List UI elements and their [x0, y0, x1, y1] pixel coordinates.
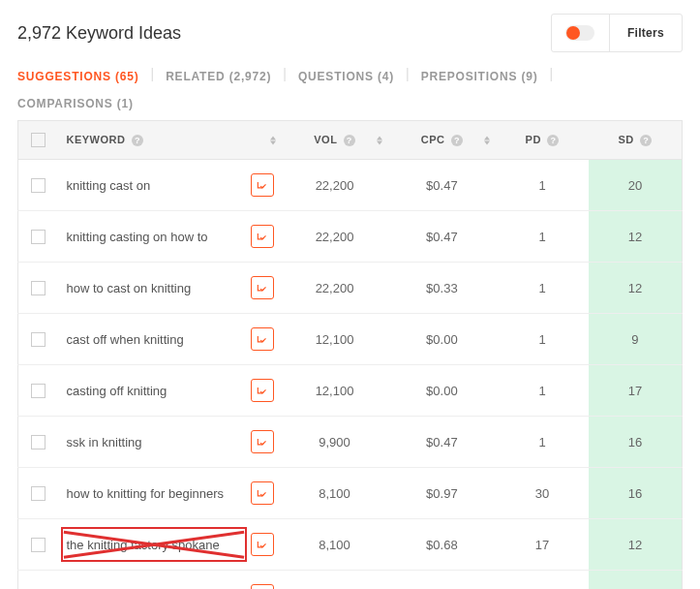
page-title: 2,972 Keyword Ideas [17, 23, 181, 44]
help-icon[interactable]: ? [547, 135, 559, 146]
row-checkbox[interactable] [31, 178, 46, 193]
col-keyword-label: KEYWORD [67, 134, 126, 145]
help-icon[interactable]: ? [132, 135, 143, 146]
help-icon[interactable]: ? [344, 135, 355, 146]
cpc-cell: $0.68 [388, 519, 497, 571]
tab-item[interactable]: RELATED (2,972) [166, 66, 271, 87]
help-icon[interactable]: ? [640, 135, 652, 146]
row-checkbox[interactable] [31, 538, 46, 552]
vol-cell: 8,100 [282, 571, 388, 590]
cpc-cell: $0.59 [388, 571, 497, 590]
pd-cell: 1 [496, 211, 589, 263]
sd-cell: 12 [589, 519, 683, 571]
vol-cell: 8,100 [282, 519, 388, 571]
row-checkbox[interactable] [31, 281, 46, 295]
tab-item[interactable]: QUESTIONS (4) [298, 66, 394, 87]
keyword-text: ssk in knitting [67, 435, 142, 450]
cpc-cell: $0.47 [388, 160, 497, 211]
col-cpc-label: CPC [421, 134, 445, 145]
cpc-cell: $0.00 [388, 365, 497, 417]
cpc-cell: $0.47 [388, 211, 497, 263]
keyword-text: cast off when knitting [67, 332, 184, 347]
vol-cell: 9,900 [282, 417, 388, 468]
sd-cell: 8 [589, 571, 683, 590]
row-checkbox[interactable] [31, 230, 46, 244]
action-button[interactable] [251, 584, 274, 589]
sd-cell: 9 [589, 314, 683, 365]
tab-separator: | [283, 66, 287, 87]
help-icon[interactable]: ? [451, 135, 463, 146]
tab-separator: | [549, 66, 553, 87]
keyword-text: knitting casting on how to [67, 230, 208, 244]
sd-cell: 20 [589, 160, 683, 211]
table-row: how to cast on knitting22,200$0.33112 [18, 263, 683, 314]
sort-icon[interactable] [484, 136, 490, 144]
keyword-text: knitting cast on [67, 178, 151, 193]
vol-cell: 8,100 [282, 468, 388, 519]
sd-cell: 16 [589, 468, 683, 519]
vol-cell: 22,200 [282, 211, 388, 263]
pd-cell: 17 [496, 519, 589, 571]
col-vol-label: VOL [314, 134, 337, 145]
sd-cell: 17 [589, 365, 683, 417]
keyword-table: KEYWORD ? VOL ? CPC ? PD ? [17, 120, 683, 589]
row-checkbox[interactable] [31, 332, 46, 347]
table-row: the knitting factory spokane8,100$0.6817… [18, 519, 683, 571]
action-button[interactable] [251, 327, 274, 351]
tab-item[interactable]: COMPARISONS (1) [17, 93, 134, 114]
sort-icon[interactable] [377, 136, 382, 144]
tab-separator: | [406, 66, 410, 87]
cpc-cell: $0.47 [388, 417, 497, 468]
table-row: how to bind off knitting8,100$0.5918 [18, 571, 683, 590]
sd-cell: 12 [589, 263, 683, 314]
pd-cell: 1 [496, 571, 589, 590]
tab-separator: | [151, 66, 155, 87]
pd-cell: 1 [496, 160, 589, 211]
action-button[interactable] [251, 225, 274, 248]
toggle-switch[interactable] [552, 15, 610, 51]
action-button[interactable] [251, 533, 274, 556]
col-pd[interactable]: PD ? [496, 121, 589, 160]
col-cpc[interactable]: CPC ? [388, 121, 497, 160]
table-row: knitting casting on how to22,200$0.47112 [18, 211, 683, 263]
action-button[interactable] [251, 481, 274, 505]
vol-cell: 22,200 [282, 160, 388, 211]
action-button[interactable] [251, 430, 274, 453]
sort-icon[interactable] [270, 136, 276, 144]
action-button[interactable] [251, 173, 274, 197]
row-checkbox[interactable] [31, 435, 46, 450]
tab-bar: SUGGESTIONS (65)|RELATED (2,972)|QUESTIO… [17, 66, 683, 114]
vol-cell: 12,100 [282, 365, 388, 417]
vol-cell: 22,200 [282, 263, 388, 314]
sd-cell: 12 [589, 211, 683, 263]
pd-cell: 1 [496, 263, 589, 314]
row-checkbox[interactable] [31, 486, 46, 501]
filters-button[interactable]: Filters [610, 15, 682, 51]
select-all-checkbox[interactable] [31, 133, 46, 147]
table-row: knitting cast on22,200$0.47120 [18, 160, 683, 211]
keyword-text: how to knitting for beginners [67, 486, 225, 501]
pd-cell: 1 [496, 417, 589, 468]
table-row: ssk in knitting9,900$0.47116 [18, 417, 683, 468]
action-button[interactable] [251, 276, 274, 299]
col-sd[interactable]: SD ? [589, 121, 683, 160]
cpc-cell: $0.33 [388, 263, 497, 314]
keyword-text: the knitting factory spokane [67, 538, 220, 552]
col-sd-label: SD [619, 134, 634, 145]
keyword-text: how to cast on knitting [67, 281, 192, 295]
col-vol[interactable]: VOL ? [282, 121, 388, 160]
action-button[interactable] [251, 379, 274, 402]
tab-item[interactable]: PREPOSITIONS (9) [421, 66, 538, 87]
keyword-text: casting off knitting [67, 384, 167, 398]
row-checkbox[interactable] [31, 384, 46, 398]
vol-cell: 12,100 [282, 314, 388, 365]
col-pd-label: PD [526, 134, 541, 145]
cpc-cell: $0.97 [388, 468, 497, 519]
table-row: casting off knitting12,100$0.00117 [18, 365, 683, 417]
col-keyword[interactable]: KEYWORD ? [59, 121, 282, 160]
cpc-cell: $0.00 [388, 314, 497, 365]
table-row: cast off when knitting12,100$0.0019 [18, 314, 683, 365]
table-row: how to knitting for beginners8,100$0.973… [18, 468, 683, 519]
tab-item[interactable]: SUGGESTIONS (65) [17, 66, 139, 87]
pd-cell: 30 [496, 468, 589, 519]
